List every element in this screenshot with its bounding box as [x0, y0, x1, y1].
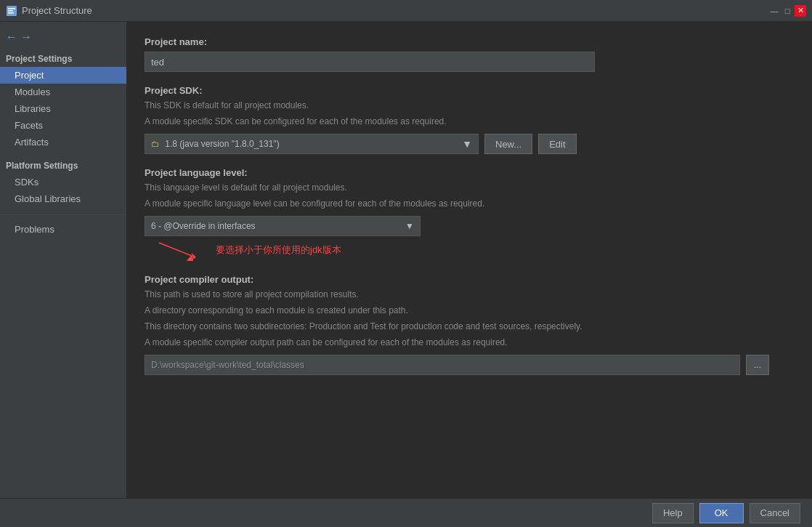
sdk-new-button[interactable]: New...: [484, 134, 532, 154]
sidebar-item-artifacts[interactable]: Artifacts: [0, 134, 126, 150]
close-button[interactable]: ✕: [795, 5, 806, 17]
project-sdk-title: Project SDK:: [145, 85, 795, 96]
svg-rect-1: [8, 8, 15, 9]
svg-rect-3: [8, 12, 14, 14]
compiler-output-desc4: A module specific compiler output path c…: [145, 336, 795, 349]
sdk-value: 1.8 (java version "1.8.0_131"): [165, 139, 279, 149]
sidebar-item-problems[interactable]: Problems: [0, 221, 126, 238]
window-title: Project Structure: [22, 5, 768, 16]
language-level-desc1: This language level is default for all p…: [145, 181, 795, 194]
forward-arrow[interactable]: →: [20, 31, 32, 44]
language-level-value: 6 - @Override in interfaces: [151, 221, 256, 231]
compiler-output-desc1: This path is used to store all project c…: [145, 288, 795, 301]
compiler-output-title: Project compiler output:: [145, 274, 795, 285]
sdk-edit-button[interactable]: Edit: [538, 134, 576, 154]
project-name-label: Project name:: [145, 36, 795, 47]
title-bar: Project Structure — □ ✕: [0, 0, 812, 22]
minimize-button[interactable]: —: [768, 5, 780, 17]
bottom-bar: Help OK Cancel: [0, 498, 812, 527]
compiler-output-desc3: This directory contains two subdirectori…: [145, 320, 795, 333]
sidebar: ← → Project Settings Project Modules Lib…: [0, 22, 127, 498]
language-level-desc2: A module specific language level can be …: [145, 197, 795, 210]
project-sdk-desc1: This SDK is default for all project modu…: [145, 99, 795, 112]
annotation-arrow-icon: [152, 239, 210, 261]
browse-button[interactable]: ...: [746, 355, 769, 375]
content-area: Project name: Project SDK: This SDK is d…: [127, 22, 812, 498]
sdk-folder-icon: 🗀: [151, 139, 160, 149]
window-controls: — □ ✕: [768, 5, 806, 17]
ok-button[interactable]: OK: [699, 503, 744, 523]
back-arrow[interactable]: ←: [6, 31, 17, 44]
project-settings-header: Project Settings: [0, 51, 126, 67]
sidebar-item-sdks[interactable]: SDKs: [0, 174, 126, 190]
language-dropdown-arrow: ▼: [405, 221, 414, 231]
nav-arrows: ← →: [0, 28, 126, 49]
cancel-button[interactable]: Cancel: [750, 503, 800, 523]
project-name-input[interactable]: [145, 52, 595, 72]
sidebar-item-libraries[interactable]: Libraries: [0, 100, 126, 117]
problems-section: Problems: [0, 214, 126, 238]
sidebar-item-global-libraries[interactable]: Global Libraries: [0, 190, 126, 207]
sidebar-item-modules[interactable]: Modules: [0, 84, 126, 100]
svg-rect-2: [8, 10, 13, 12]
platform-settings-section: Platform Settings SDKs Global Libraries: [0, 158, 126, 207]
sidebar-item-facets[interactable]: Facets: [0, 117, 126, 134]
compiler-output-desc2: A directory corresponding to each module…: [145, 304, 795, 317]
sidebar-separator: [0, 214, 126, 215]
project-sdk-desc2: A module specific SDK can be configured …: [145, 115, 795, 128]
sdk-dropdown[interactable]: 🗀 1.8 (java version "1.8.0_131") ▼: [145, 134, 479, 154]
output-path-row: ...: [145, 355, 795, 375]
app-icon: [6, 5, 17, 17]
annotation-row: 要选择小于你所使用的jdk版本: [145, 239, 795, 261]
annotation-text: 要选择小于你所使用的jdk版本: [216, 244, 341, 257]
language-level-dropdown[interactable]: 6 - @Override in interfaces ▼: [145, 216, 421, 236]
sdk-dropdown-arrow: ▼: [462, 138, 472, 150]
main-layout: ← → Project Settings Project Modules Lib…: [0, 22, 812, 498]
sdk-row: 🗀 1.8 (java version "1.8.0_131") ▼ New..…: [145, 134, 795, 154]
sidebar-item-project[interactable]: Project: [0, 67, 126, 84]
platform-settings-header: Platform Settings: [0, 158, 126, 174]
compiler-output-input[interactable]: [145, 355, 740, 375]
language-level-title: Project language level:: [145, 167, 795, 178]
language-level-row: 6 - @Override in interfaces ▼: [145, 216, 795, 236]
help-button[interactable]: Help: [652, 503, 694, 523]
maximize-button[interactable]: □: [781, 5, 793, 17]
